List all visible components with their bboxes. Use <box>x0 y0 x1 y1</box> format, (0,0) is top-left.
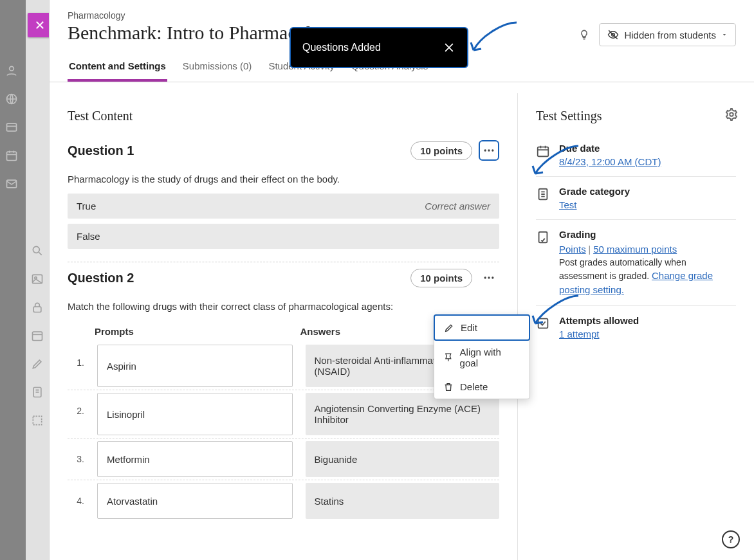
doc-icon[interactable] <box>31 386 44 399</box>
svg-rect-9 <box>33 332 42 340</box>
menu-edit[interactable]: Edit <box>434 314 530 341</box>
svg-rect-11 <box>33 416 41 424</box>
tab-content-settings[interactable]: Content and Settings <box>68 55 167 82</box>
image-icon[interactable] <box>31 273 44 285</box>
question-text: Match the following drugs with their cor… <box>68 301 499 312</box>
due-date-label: Due date <box>559 143 661 154</box>
calendar2-icon[interactable] <box>31 329 44 342</box>
option-true: True Correct answer <box>68 194 499 219</box>
correct-answer-label: Correct answer <box>425 201 490 212</box>
prompts-header: Prompts <box>68 321 294 342</box>
svg-rect-20 <box>538 147 549 157</box>
svg-point-15 <box>492 149 493 151</box>
trash-icon <box>443 382 454 392</box>
toast-questions-added: Questions Added <box>290 27 468 68</box>
svg-point-5 <box>33 246 39 253</box>
prompt-cell: Lisinopril <box>97 393 293 435</box>
match-row: 4. Atorvastatin Statins <box>68 480 499 521</box>
points-badge[interactable]: 10 points <box>410 141 472 160</box>
question-context-menu: Edit Align with goal Delete <box>434 314 530 399</box>
calendar-icon <box>536 144 550 158</box>
lock-icon[interactable] <box>31 301 44 314</box>
card-icon[interactable] <box>5 121 18 134</box>
question-text: Pharmacology is the study of drugs and t… <box>68 174 499 185</box>
svg-point-18 <box>492 276 493 278</box>
menu-align-with-goal[interactable]: Align with goal <box>434 340 529 375</box>
prompt-cell: Aspirin <box>97 345 293 387</box>
hidden-icon <box>607 29 619 41</box>
svg-point-14 <box>488 149 490 151</box>
grading-icon <box>536 230 550 244</box>
prompt-cell: Metformin <box>97 441 293 477</box>
grading-points-link[interactable]: Points <box>559 244 586 255</box>
help-button[interactable]: ? <box>722 530 740 548</box>
hint-icon[interactable] <box>578 29 590 41</box>
attempts-icon <box>536 316 550 330</box>
option-false: False <box>68 224 499 249</box>
crop-icon[interactable] <box>31 414 44 427</box>
svg-point-0 <box>10 66 14 71</box>
match-row: 3. Metformin Biguanide <box>68 438 499 480</box>
person-icon[interactable] <box>5 64 18 77</box>
grading-max-link[interactable]: 50 maximum points <box>593 244 677 255</box>
svg-point-19 <box>730 113 733 116</box>
test-content-heading: Test Content <box>68 109 499 123</box>
tab-submissions[interactable]: Submissions (0) <box>181 55 253 82</box>
globe-icon[interactable] <box>5 93 18 105</box>
due-date-link[interactable]: 8/4/23, 12:00 AM (CDT) <box>559 156 661 167</box>
svg-rect-8 <box>33 307 41 312</box>
visibility-select[interactable]: Hidden from students <box>599 23 736 46</box>
edit-icon <box>444 323 454 333</box>
question-title: Question 2 <box>68 271 134 285</box>
settings-heading: Test Settings <box>536 109 736 123</box>
attempts-label: Attempts allowed <box>559 315 639 326</box>
attempts-link[interactable]: 1 attempt <box>559 329 600 339</box>
answer-cell: Statins <box>306 483 500 519</box>
grade-category-link[interactable]: Test <box>559 199 577 210</box>
caret-down-icon <box>721 32 728 38</box>
breadcrumb[interactable]: Pharmacology <box>68 10 736 21</box>
svg-point-13 <box>484 149 486 151</box>
mail-icon[interactable] <box>5 177 18 190</box>
answer-cell: Biguanide <box>306 441 500 477</box>
points-badge[interactable]: 10 points <box>410 269 472 287</box>
grading-label: Grading <box>559 229 736 240</box>
svg-rect-2 <box>7 123 17 131</box>
svg-point-17 <box>488 276 490 278</box>
svg-rect-3 <box>7 152 17 160</box>
pencil-icon[interactable] <box>31 357 44 370</box>
goal-icon <box>443 352 454 363</box>
question-1-menu-button[interactable] <box>479 140 499 161</box>
global-nav <box>5 64 21 190</box>
menu-delete[interactable]: Delete <box>434 375 529 399</box>
search-icon[interactable] <box>31 244 44 257</box>
toast-close-icon[interactable] <box>443 41 455 54</box>
question-2-menu-button[interactable] <box>479 267 499 288</box>
visibility-label: Hidden from students <box>624 30 716 41</box>
toast-message: Questions Added <box>302 42 381 53</box>
svg-rect-23 <box>538 319 548 329</box>
svg-point-16 <box>484 276 486 278</box>
question-title: Question 1 <box>68 143 134 158</box>
question-1: Question 1 10 points Pharmacology is the… <box>68 140 499 249</box>
category-icon <box>536 187 550 201</box>
course-nav <box>31 244 46 427</box>
settings-gear-icon[interactable] <box>724 107 739 122</box>
grade-category-label: Grade category <box>559 186 630 197</box>
calendar-icon[interactable] <box>5 149 18 162</box>
test-settings-panel: Test Settings Due date 8/4/23, 12:00 AM … <box>517 93 754 560</box>
prompt-cell: Atorvastatin <box>97 483 293 519</box>
